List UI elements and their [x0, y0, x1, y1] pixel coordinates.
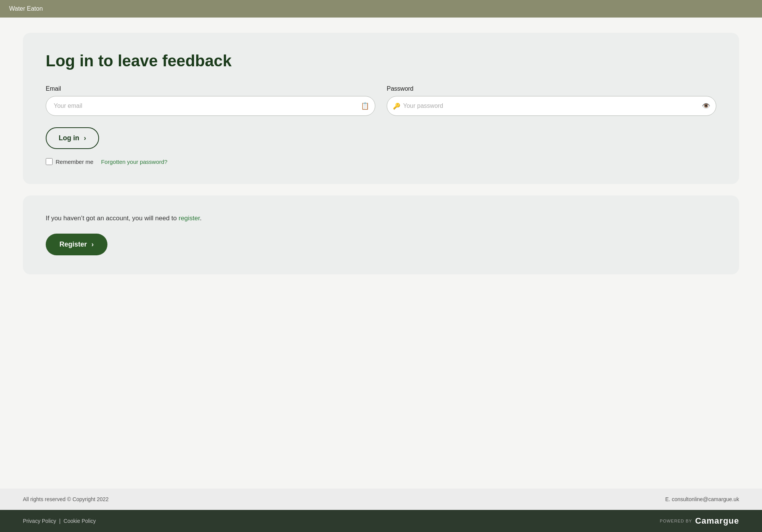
form-bottom: Remember me Forgotten your password? — [46, 158, 716, 165]
register-description-prefix: If you haven’t got an account, you will … — [46, 215, 179, 222]
copyright-text: All rights reserved © Copyright 2022 — [23, 496, 109, 502]
footer-divider: | — [59, 518, 61, 524]
remember-me-label[interactable]: Remember me — [46, 158, 93, 165]
email-input-wrapper: 📋 — [46, 96, 375, 116]
main-content: Log in to leave feedback Email 📋 Passwor… — [0, 18, 762, 489]
contact-email: E. consultonline@camargue.uk — [665, 496, 739, 502]
remember-me-text: Remember me — [56, 159, 93, 165]
password-label: Password — [387, 85, 716, 92]
email-label: Email — [46, 85, 375, 92]
login-button-label: Log in — [59, 134, 79, 142]
register-description: If you haven’t got an account, you will … — [46, 215, 716, 222]
privacy-policy-link[interactable]: Privacy Policy — [23, 518, 56, 524]
footer-top: All rights reserved © Copyright 2022 E. … — [0, 489, 762, 510]
login-button[interactable]: Log in › — [46, 127, 99, 149]
forgotten-password-link[interactable]: Forgotten your password? — [101, 159, 167, 165]
site-title: Water Eaton — [9, 5, 43, 12]
camargue-brand: Camargue — [695, 516, 739, 526]
powered-by: POWERED BY Camargue — [660, 516, 739, 526]
email-input[interactable] — [46, 96, 375, 116]
login-card: Log in to leave feedback Email 📋 Passwor… — [23, 33, 739, 184]
password-input-wrapper: 🔑 👁️ — [387, 96, 716, 116]
password-input[interactable] — [387, 96, 716, 116]
login-arrow-icon: › — [84, 134, 86, 142]
login-heading: Log in to leave feedback — [46, 52, 716, 70]
register-inline-link[interactable]: register — [179, 215, 200, 222]
register-button[interactable]: Register › — [46, 234, 107, 255]
top-bar: Water Eaton — [0, 0, 762, 18]
cookie-policy-link[interactable]: Cookie Policy — [64, 518, 96, 524]
form-row: Email 📋 Password 🔑 👁️ — [46, 85, 716, 116]
password-group: Password 🔑 👁️ — [387, 85, 716, 116]
footer-bottom: Privacy Policy | Cookie Policy POWERED B… — [0, 510, 762, 532]
remember-me-checkbox[interactable] — [46, 158, 53, 165]
footer-links: Privacy Policy | Cookie Policy — [23, 518, 96, 524]
register-button-label: Register — [59, 240, 87, 248]
register-arrow-icon: › — [91, 240, 94, 248]
powered-by-text: POWERED BY — [660, 519, 692, 523]
email-group: Email 📋 — [46, 85, 375, 116]
register-card: If you haven’t got an account, you will … — [23, 195, 739, 274]
register-description-suffix: . — [200, 215, 202, 222]
